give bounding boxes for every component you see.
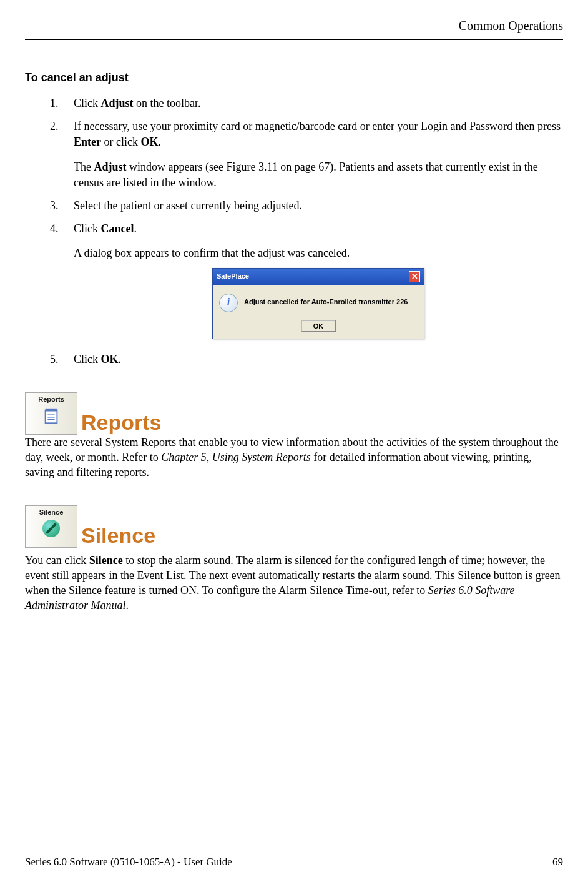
step-3: Select the patient or asset currently be…	[50, 198, 563, 214]
reports-section: Reports Reports There are several System…	[25, 392, 563, 480]
step-5: Click OK.	[50, 352, 563, 367]
steps-list: Click Adjust on the toolbar. If necessar…	[50, 96, 563, 367]
reports-icon	[42, 407, 61, 427]
silence-paragraph: You can click Silence to stop the alarm …	[25, 553, 563, 613]
step-2: If necessary, use your proximity card or…	[50, 119, 563, 191]
close-icon[interactable]: ✕	[409, 271, 420, 282]
page-header: Common Operations	[25, 19, 563, 40]
silence-icon	[42, 520, 60, 537]
step-2-extra: The Adjust window appears (see Figure 3.…	[74, 159, 563, 191]
reports-heading: Reports	[81, 410, 161, 435]
svg-rect-0	[46, 410, 57, 423]
ok-button[interactable]: OK	[301, 320, 336, 332]
info-icon: i	[219, 294, 238, 312]
chapter-title: Common Operations	[459, 19, 563, 32]
step-4-extra: A dialog box appears to confirm that the…	[74, 245, 563, 261]
page-footer: Series 6.0 Software (0510-1065-A) - User…	[25, 848, 563, 868]
footer-page-number: 69	[552, 856, 563, 868]
dialog-message: Adjust cancelled for Auto-Enrolled trans…	[244, 294, 408, 307]
reports-toolbar-button[interactable]: Reports	[25, 392, 77, 435]
dialog-title: SafePlace	[217, 272, 249, 281]
dialog-titlebar: SafePlace ✕	[213, 269, 424, 285]
subsection-heading: To cancel an adjust	[25, 71, 563, 84]
reports-btn-label: Reports	[38, 395, 64, 403]
dialog-screenshot: SafePlace ✕ i Adjust cancelled for Auto-…	[74, 268, 563, 339]
silence-btn-label: Silence	[39, 508, 64, 516]
safeplace-dialog: SafePlace ✕ i Adjust cancelled for Auto-…	[212, 268, 424, 339]
svg-rect-1	[46, 409, 57, 412]
cancel-adjust-section: To cancel an adjust Click Adjust on the …	[25, 71, 563, 367]
step-1: Click Adjust on the toolbar.	[50, 96, 563, 111]
silence-section: Silence Silence You can click Silence to…	[25, 505, 563, 613]
step-4: Click Cancel. A dialog box appears to co…	[50, 221, 563, 339]
dialog-body: i Adjust cancelled for Auto-Enrolled tra…	[213, 285, 424, 339]
silence-heading: Silence	[81, 523, 155, 548]
footer-left: Series 6.0 Software (0510-1065-A) - User…	[25, 856, 232, 868]
silence-toolbar-button[interactable]: Silence	[25, 505, 77, 548]
reports-paragraph: There are several System Reports that en…	[25, 435, 563, 480]
